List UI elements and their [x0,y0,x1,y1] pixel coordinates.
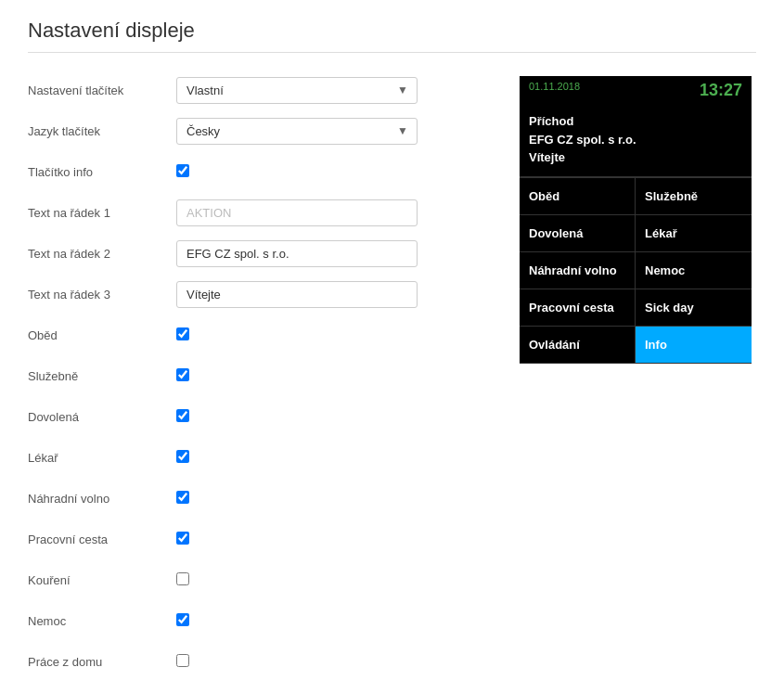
checkbox-input-lékař[interactable] [176,450,189,463]
checkbox-row: Náhradní volno [28,484,492,512]
checkbox-input-práce-z-domu[interactable] [176,654,189,667]
preview-button-lékař[interactable]: Lékař [636,215,752,252]
preview-button-oběd[interactable]: Oběd [520,178,636,215]
checkbox-row: Dovolená [28,403,492,430]
checkbox-label: Dovolená [28,410,176,424]
preview-button-služebně[interactable]: Služebně [636,178,752,215]
preview-button-náhradní-volno[interactable]: Náhradní volno [520,252,636,289]
jazyk-control: Česky English ▼ [176,118,492,145]
radek3-row: Text na řádek 3 [28,280,492,308]
preview-date: 01.11.2018 [529,81,580,100]
preview-button-info[interactable]: Info [636,327,752,364]
form-section: Nastavení tlačítek Vlastní Standardní ▼ … [28,76,492,693]
checkbox-control [176,613,492,629]
preview-arrival-line1: Příchod [529,112,742,131]
checkbox-row: Kouření [28,566,492,594]
checkbox-row: Práce z domu [28,648,492,675]
checkbox-control [176,409,492,425]
checkbox-row: Nemoc [28,607,492,635]
checkbox-input-náhradní-volno[interactable] [176,491,189,504]
radek1-control [176,199,492,226]
radek2-control [176,240,492,267]
checkbox-control [176,572,492,588]
section-divider [28,52,756,53]
checkbox-label: Náhradní volno [28,492,176,506]
checkbox-input-pracovní-cesta[interactable] [176,532,189,545]
preview-panel: 01.11.2018 13:27 Příchod EFG CZ spol. s … [520,76,752,364]
checkbox-input-služebně[interactable] [176,368,189,381]
checkbox-input-nemoc[interactable] [176,613,189,626]
page-title: Nastavení displeje [28,19,756,43]
preview-button-sick-day[interactable]: Sick day [636,289,752,327]
preview-time: 13:27 [700,81,742,100]
checkbox-control [176,450,492,466]
preview-arrival: Příchod EFG CZ spol. s r.o. Vítejte [520,105,752,177]
info-label: Tlačítko info [28,165,176,179]
checkbox-label: Pracovní cesta [28,533,176,546]
checkbox-section: ObědSlužebněDovolenáLékařNáhradní volnoP… [28,321,492,693]
tlacitka-select-wrapper: Vlastní Standardní ▼ [176,77,418,104]
jazyk-label: Jazyk tlačítek [28,124,176,138]
checkbox-row: Pracovní cesta [28,525,492,553]
preview-button-dovolená[interactable]: Dovolená [520,215,636,252]
preview-button-ovládání[interactable]: Ovládání [520,327,636,364]
radek2-label: Text na řádek 2 [28,247,176,261]
radek3-input[interactable] [176,281,418,308]
checkbox-input-kouření[interactable] [176,572,189,585]
checkbox-control [176,654,492,670]
checkbox-control [176,491,492,507]
main-layout: Nastavení tlačítek Vlastní Standardní ▼ … [28,76,756,693]
preview-button-nemoc[interactable]: Nemoc [636,252,752,289]
preview-grid: ObědSlužebněDovolenáLékařNáhradní volnoN… [520,177,752,364]
checkbox-input-oběd[interactable] [176,327,189,340]
checkbox-label: Nemoc [28,614,176,628]
radek3-label: Text na řádek 3 [28,288,176,302]
radek2-input[interactable] [176,240,418,267]
radek3-control [176,281,492,308]
preview-button-pracovní-cesta[interactable]: Pracovní cesta [520,289,636,327]
info-row: Tlačítko info [28,158,492,186]
checkbox-label: Práce z domu [28,655,176,669]
radek1-row: Text na řádek 1 [28,199,492,226]
radek1-label: Text na řádek 1 [28,206,176,220]
checkbox-label: Oběd [28,328,176,342]
info-control [176,164,492,180]
checkbox-label: Lékař [28,451,176,465]
checkbox-control [176,532,492,547]
preview-arrival-line2: EFG CZ spol. s r.o. [529,131,742,149]
tlacitka-control: Vlastní Standardní ▼ [176,77,492,104]
tlacitka-select[interactable]: Vlastní Standardní [176,77,418,104]
checkbox-control [176,327,492,343]
tlacitka-label: Nastavení tlačítek [28,83,176,97]
jazyk-select[interactable]: Česky English [176,118,418,145]
checkbox-label: Kouření [28,573,176,587]
checkbox-row: Lékař [28,443,492,471]
checkbox-row: Neplacené volno [28,688,492,693]
checkbox-row: Oběd [28,321,492,349]
jazyk-select-wrapper: Česky English ▼ [176,118,418,145]
tlacitka-row: Nastavení tlačítek Vlastní Standardní ▼ [28,76,492,104]
preview-header: 01.11.2018 13:27 [520,76,752,105]
info-checkbox[interactable] [176,164,189,177]
preview-arrival-line3: Vítejte [529,148,742,167]
checkbox-row: Služebně [28,362,492,390]
checkbox-control [176,368,492,384]
jazyk-row: Jazyk tlačítek Česky English ▼ [28,117,492,145]
checkbox-input-dovolená[interactable] [176,409,189,422]
radek2-row: Text na řádek 2 [28,239,492,267]
checkbox-label: Služebně [28,369,176,383]
radek1-input[interactable] [176,199,418,226]
